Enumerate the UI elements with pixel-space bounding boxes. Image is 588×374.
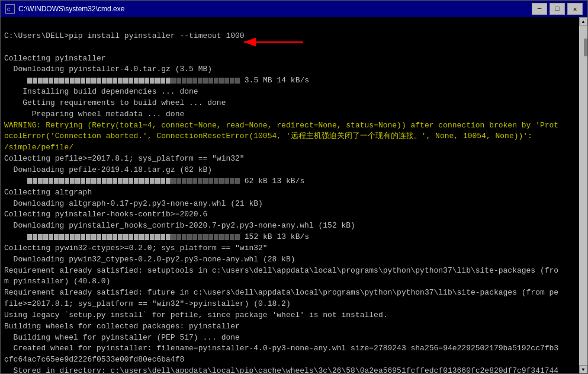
scroll-up-button[interactable]: ▲ <box>579 17 587 25</box>
console-line: Stored in directory: c:\users\dell\appda… <box>4 366 558 373</box>
console-line: Downloading pyinstaller-4.0.tar.gz (3.5 … <box>4 65 212 73</box>
minimize-button[interactable]: ─ <box>532 3 547 15</box>
console-line: Collecting pefile>=2017.8.1; sys_platfor… <box>4 154 245 163</box>
svg-text:C: C <box>7 7 11 13</box>
maximize-button[interactable]: □ <box>550 3 565 15</box>
arrow-annotation <box>229 22 309 55</box>
cmd-window: C C:\WINDOWS\system32\cmd.exe ─ □ ✕ C:\U… <box>0 0 588 374</box>
console-line: Requirement already satisfied: future in… <box>4 288 558 297</box>
console-line: file>=2017.8.1; sys_platform == "win32"-… <box>4 299 291 308</box>
window-title: C:\WINDOWS\system32\cmd.exe <box>18 5 124 13</box>
scroll-down-button[interactable]: ▼ <box>579 365 587 373</box>
console-line: Collecting pywin32-ctypes>=0.2.0; sys_pl… <box>4 244 268 252</box>
console-line: Downloading altgraph-0.17-py2.py3-none-a… <box>4 199 263 208</box>
console-line: Collecting pyinstaller <box>4 54 106 63</box>
console-line: Requirement already satisfied: setuptool… <box>4 266 558 275</box>
window-controls: ─ □ ✕ <box>532 3 583 15</box>
console-line-progress: 62 kB 13 kB/s <box>4 177 304 186</box>
console-line-warning: WARNING: Retrying (Retry(total=4, connec… <box>4 121 558 130</box>
console-line-progress: 3.5 MB 14 kB/s <box>4 76 309 85</box>
console-line: Collecting altgraph <box>4 188 92 197</box>
titlebar-left: C C:\WINDOWS\system32\cmd.exe <box>5 4 124 14</box>
console-line: Downloading pefile-2019.4.18.tar.gz (62 … <box>4 165 212 174</box>
console-line-warning: ocolError('Connection aborted.', Connect… <box>4 132 537 140</box>
console-line: Preparing wheel metadata ... done <box>4 110 184 119</box>
console-line: Created wheel for pyinstaller: filename=… <box>4 344 558 353</box>
console-line-warning: /simple/pefile/ <box>4 143 73 152</box>
console-line: Using legacy `setup.py install` for pefi… <box>4 311 388 319</box>
console-line: m pyinstaller) (40.8.0) <box>4 277 110 286</box>
console-line: Collecting pyinstaller-hooks-contrib>=20… <box>4 210 207 219</box>
cmd-icon: C <box>5 4 15 14</box>
close-button[interactable]: ✕ <box>567 3 583 15</box>
console-line: Downloading pywin32_ctypes-0.2.0-py2.py3… <box>4 255 295 264</box>
console-line: Building wheel for pyinstaller (PEP 517)… <box>4 333 240 342</box>
console-line: C:\Users\DELL>pip install pyinstaller --… <box>4 31 245 40</box>
console-line: Installing build dependencies ... done <box>4 87 198 96</box>
console-line: cfc64ac7c65ee9d2226f0533e00fd80ec6ba4f8 <box>4 355 184 364</box>
scroll-thumb[interactable] <box>584 39 587 56</box>
scrollbar[interactable]: ▲ ▼ <box>579 17 587 373</box>
console-area: C:\Users\DELL>pip install pyinstaller --… <box>1 17 587 373</box>
console-output: C:\Users\DELL>pip install pyinstaller --… <box>4 20 584 373</box>
titlebar: C C:\WINDOWS\system32\cmd.exe ─ □ ✕ <box>1 1 587 17</box>
console-line: Getting requirements to build wheel ... … <box>4 98 226 107</box>
console-line: Downloading pyinstaller_hooks_contrib-20… <box>4 221 355 230</box>
console-line: Building wheels for collected packages: … <box>4 322 240 331</box>
console-line-progress: 152 kB 13 kB/s <box>4 232 309 241</box>
